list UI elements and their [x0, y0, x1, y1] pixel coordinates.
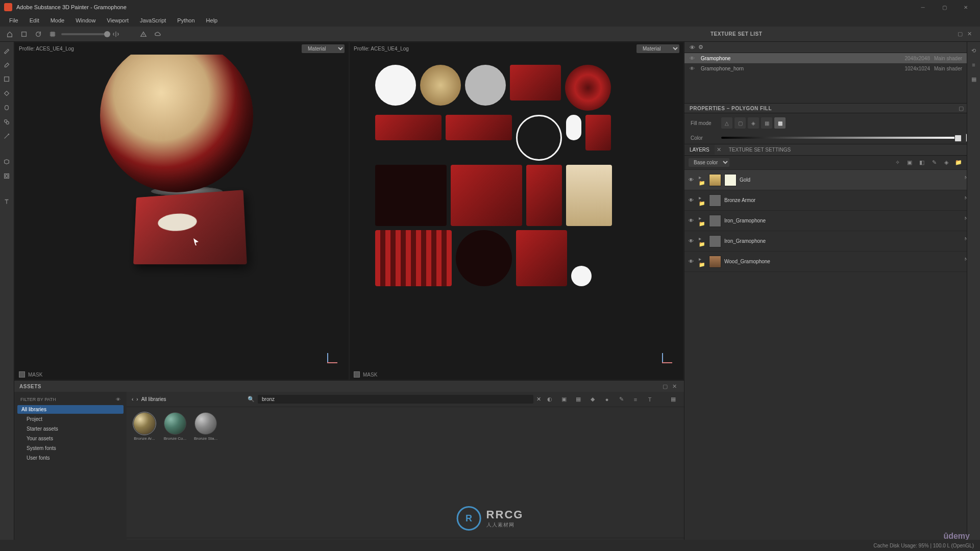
projection-tool-icon[interactable] [0, 72, 13, 86]
eye-icon[interactable]: 👁 [689, 177, 696, 183]
layer-thumb[interactable] [709, 215, 721, 227]
filter-textures-icon[interactable]: ▦ [573, 394, 584, 405]
filter-alphas-icon[interactable]: ◆ [587, 394, 598, 405]
fill-tool-icon[interactable] [0, 87, 13, 100]
lib-all-libraries[interactable]: All libraries [17, 405, 124, 414]
viewport-3d[interactable]: Profile: ACES_UE4_Log Material [14, 42, 349, 380]
mask-swatch-3d[interactable] [19, 371, 25, 378]
layer-name[interactable]: Bronze Armor [724, 197, 959, 203]
eye-icon[interactable]: 👁 [689, 238, 696, 244]
texture-set-row[interactable]: 👁 Gramophone 2048x2048 Main shader [684, 53, 980, 63]
eraser-tool-icon[interactable] [0, 58, 13, 71]
chevron-left-icon[interactable]: ‹ [132, 396, 133, 402]
folder-icon[interactable]: ▸📁 [699, 195, 706, 206]
properties-undock-icon[interactable]: ▢ [957, 104, 966, 113]
folder-icon[interactable]: ▸📁 [699, 256, 706, 267]
clear-search-icon[interactable]: ✕ [536, 396, 541, 403]
asset-thumb[interactable]: Bronze Ar... [132, 412, 157, 441]
viewport-2d[interactable]: Profile: ACES_UE4_Log Material [349, 42, 684, 380]
effects-icon[interactable]: ✧ [892, 158, 902, 168]
log-icon[interactable]: ≡ [968, 59, 979, 70]
lib-system-fonts[interactable]: System fonts [17, 444, 124, 453]
text-tool-icon[interactable] [0, 195, 13, 208]
home-icon[interactable] [4, 29, 15, 40]
layer-row[interactable]: 👁 ▸📁 Iron_Gramophone Norm 100 [684, 231, 980, 252]
lib-starter-assets[interactable]: Starter assets [17, 424, 124, 433]
filter-brushes-icon[interactable]: ● [601, 394, 612, 405]
polygon-fill-icon[interactable] [0, 155, 13, 168]
mask-swatch-2d[interactable] [354, 371, 360, 378]
layer-mask-thumb[interactable] [724, 174, 737, 186]
eye-icon[interactable]: 👁 [689, 218, 696, 223]
menu-edit[interactable]: Edit [24, 16, 44, 25]
grid-icon[interactable] [47, 29, 58, 40]
layer-name[interactable]: Wood_Gramophone [724, 259, 959, 264]
maximize-button[interactable]: ▢ [934, 1, 954, 13]
texture-set-row[interactable]: 👁 Gramophone_horn 1024x1024 Main shader [684, 63, 980, 73]
folder-icon[interactable]: ▸📁 [699, 215, 706, 227]
menu-viewport[interactable]: Viewport [102, 16, 134, 25]
geometry-mask-icon[interactable] [0, 169, 13, 183]
layer-thumb[interactable] [709, 174, 721, 186]
eye-icon[interactable]: 👁 [689, 259, 696, 264]
axis-gizmo-3d[interactable] [327, 348, 342, 363]
add-paint-layer-icon[interactable]: ✎ [929, 158, 939, 168]
mask-icon[interactable]: ▣ [904, 158, 915, 168]
layer-name[interactable]: Iron_Gramophone [724, 218, 959, 223]
layer-name[interactable]: Gold [740, 177, 959, 183]
clone-tool-icon[interactable] [0, 115, 13, 129]
color-slider[interactable] [721, 137, 961, 139]
menu-javascript[interactable]: JavaScript [135, 16, 171, 25]
fill-quad-icon[interactable]: ▢ [734, 117, 746, 129]
lib-project[interactable]: Project [17, 415, 124, 423]
layer-row[interactable]: 👁 ▸📁 Iron_Gramophone Norm 100 [684, 211, 980, 231]
axis-gizmo-2d[interactable] [662, 348, 677, 363]
layer-thumb[interactable] [709, 256, 721, 268]
channel-selector[interactable]: Base color [689, 158, 729, 167]
cloud-icon[interactable] [152, 29, 163, 40]
layers-tab-close-icon[interactable]: ✕ [715, 145, 724, 155]
lib-user-fonts[interactable]: User fonts [17, 454, 124, 462]
menu-window[interactable]: Window [70, 16, 101, 25]
add-folder-icon[interactable]: 📁 [953, 158, 964, 168]
channel-dropdown-2d[interactable]: Material [636, 44, 679, 53]
settings-icon[interactable]: ⚙ [698, 44, 703, 51]
assets-undock-icon[interactable]: ▢ [660, 382, 670, 391]
add-smart-material-icon[interactable]: ◈ [941, 158, 951, 168]
tab-layers[interactable]: LAYERS [684, 145, 715, 155]
folder-icon[interactable]: ▸📁 [699, 236, 706, 247]
filter-visibility-icon[interactable]: 👁 [116, 397, 120, 402]
tsl-undock-icon[interactable]: ▢ [955, 30, 965, 39]
menu-python[interactable]: Python [172, 16, 200, 25]
search-icon[interactable]: 🔍 [248, 396, 255, 403]
fill-mesh-icon[interactable]: ◈ [748, 117, 759, 129]
fill-object-icon[interactable]: ▩ [774, 117, 786, 129]
fill-uv-icon[interactable]: ▦ [761, 117, 772, 129]
filter-filters-icon[interactable]: ≡ [630, 394, 641, 405]
layer-row[interactable]: 👁 ▸📁 Gold Norm 100 [684, 170, 980, 190]
menu-file[interactable]: File [4, 16, 23, 25]
filter-smart-materials-icon[interactable]: ▣ [558, 394, 570, 405]
breadcrumb[interactable]: ‹ › All libraries [132, 396, 166, 402]
assets-search-input[interactable] [258, 395, 533, 404]
asset-thumb[interactable]: Bronze Sta... [193, 412, 218, 441]
filter-fonts-icon[interactable]: T [644, 394, 655, 405]
smudge-tool-icon[interactable] [0, 101, 13, 114]
eye-icon[interactable]: 👁 [689, 197, 696, 203]
layer-row[interactable]: 👁 ▸📁 Bronze Armor Norm 100 [684, 190, 980, 211]
layer-row[interactable]: 👁 ▸📁 Wood_Gramophone Norm 100 [684, 252, 980, 272]
lib-your-assets[interactable]: Your assets [17, 434, 124, 443]
warn-icon[interactable] [138, 29, 149, 40]
tsl-close-icon[interactable]: ✕ [965, 30, 974, 39]
symmetry-icon[interactable] [110, 29, 121, 40]
viewport-3d-canvas[interactable] [15, 55, 349, 369]
asset-thumb[interactable]: Bronze Co... [162, 412, 188, 441]
shelf-icon[interactable]: ▦ [968, 73, 979, 85]
layer-thumb[interactable] [709, 235, 721, 247]
material-picker-icon[interactable] [0, 130, 13, 143]
filter-materials-icon[interactable]: ◐ [544, 394, 555, 405]
tab-texture-set-settings[interactable]: TEXTURE SET SETTINGS [724, 145, 796, 155]
layer-thumb[interactable] [709, 194, 721, 207]
menu-mode[interactable]: Mode [45, 16, 70, 25]
stop-icon[interactable] [18, 29, 30, 40]
